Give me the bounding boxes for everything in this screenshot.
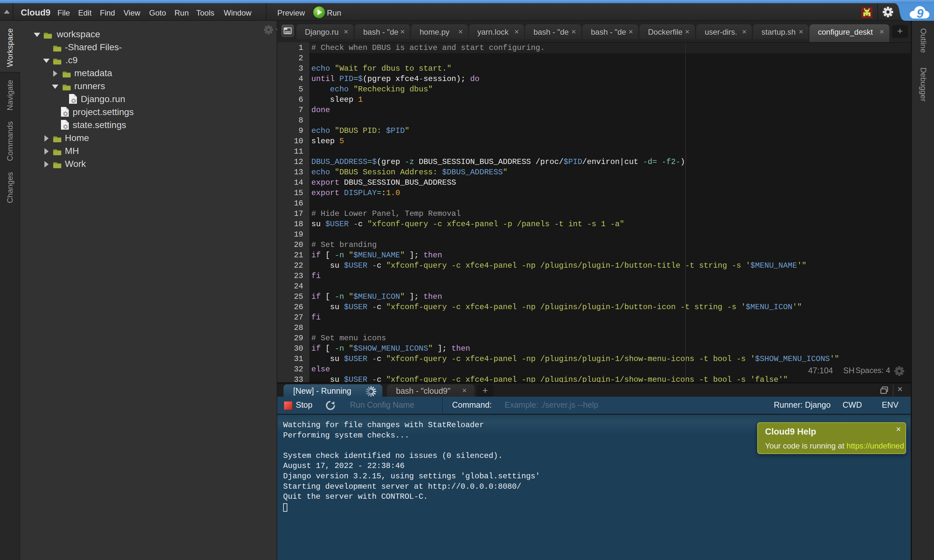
svg-text:9: 9: [917, 7, 923, 20]
